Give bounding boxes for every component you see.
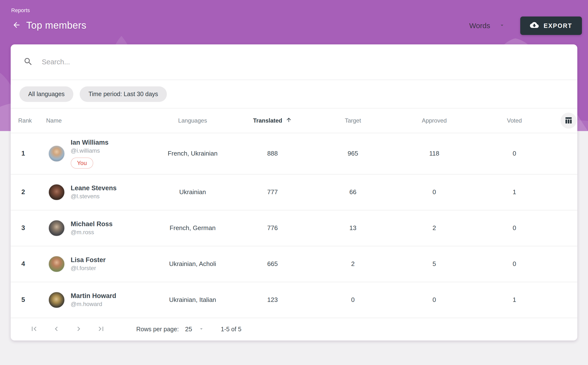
languages-value: French, German [147, 224, 239, 232]
last-page-icon [97, 324, 105, 334]
export-button-label: EXPORT [544, 22, 572, 29]
table-row: 4 Lisa Foster @l.forster Ukrainian, Acho… [11, 246, 577, 282]
rank-value: 4 [11, 260, 41, 268]
cloud-download-icon [530, 21, 539, 31]
target-value: 13 [307, 224, 399, 232]
target-value: 66 [307, 188, 399, 196]
table-row: 3 Michael Ross @m.ross French, German 77… [11, 210, 577, 246]
columns-icon [564, 116, 573, 125]
target-value: 965 [307, 150, 399, 157]
member-name: Ian Williams [71, 139, 109, 146]
member-cell: Lisa Foster @l.forster [41, 250, 147, 278]
rows-per-page-label: Rows per page: [136, 326, 179, 333]
voted-value: 0 [469, 150, 560, 157]
approved-value: 118 [399, 150, 469, 157]
search-icon [23, 57, 42, 67]
voted-value: 0 [469, 260, 560, 268]
avatar [48, 220, 65, 236]
pagination-bar: Rows per page: 25 1-5 of 5 [11, 318, 577, 340]
avatar [48, 184, 65, 200]
member-username: @l.forster [71, 264, 106, 272]
column-header-name[interactable]: Name [41, 117, 147, 124]
chevron-left-icon [52, 324, 61, 334]
member-username: @i.williams [71, 147, 109, 154]
target-value: 2 [307, 260, 399, 268]
avatar [48, 256, 65, 272]
member-name: Lisa Foster [71, 256, 106, 264]
you-badge: You [71, 158, 93, 169]
rank-value: 1 [11, 150, 41, 157]
member-username: @m.ross [71, 228, 113, 236]
avatar [48, 292, 65, 308]
search-bar [11, 44, 577, 80]
table-row: 2 Leane Stevens @l.stevens Ukrainian 777… [11, 174, 577, 210]
translated-value: 777 [239, 188, 307, 196]
rank-value: 2 [11, 188, 41, 196]
languages-value: Ukrainian [147, 188, 239, 196]
all-languages-chip[interactable]: All languages [19, 86, 73, 102]
export-button[interactable]: EXPORT [520, 17, 582, 35]
avatar [48, 145, 65, 162]
sort-ascending-arrow-icon [286, 117, 292, 124]
unit-dropdown[interactable]: Words [469, 22, 505, 30]
column-header-translated-sorted[interactable]: Translated [239, 117, 307, 124]
last-page-button[interactable] [96, 324, 106, 334]
translated-value: 123 [239, 296, 307, 304]
first-page-icon [30, 324, 38, 334]
languages-value: French, Ukrainian [147, 150, 239, 157]
approved-value: 0 [399, 188, 469, 196]
column-header-languages[interactable]: Languages [147, 117, 239, 124]
report-card: All languages Time period: Last 30 days … [11, 44, 577, 340]
chevron-down-icon [499, 22, 505, 29]
chevron-down-icon [198, 326, 204, 333]
rank-value: 3 [11, 224, 41, 232]
column-header-target[interactable]: Target [307, 117, 399, 124]
filter-chips: All languages Time period: Last 30 days [11, 80, 577, 108]
languages-value: Ukrainian, Acholi [147, 260, 239, 268]
translated-value: 776 [239, 224, 307, 232]
voted-value: 1 [469, 296, 560, 304]
languages-value: Ukrainian, Italian [147, 296, 239, 304]
member-username: @m.howard [71, 300, 116, 308]
column-header-rank[interactable]: Rank [11, 117, 41, 124]
member-cell: Ian Williams @i.williams You [41, 133, 147, 174]
back-button[interactable] [11, 20, 22, 31]
column-settings-button[interactable] [561, 113, 577, 129]
time-period-chip[interactable]: Time period: Last 30 days [80, 86, 167, 102]
chevron-right-icon [74, 324, 83, 334]
pagination-range: 1-5 of 5 [221, 326, 241, 333]
arrow-left-icon [12, 21, 21, 30]
member-cell: Michael Ross @m.ross [41, 215, 147, 242]
previous-page-button[interactable] [51, 324, 61, 334]
translated-value: 888 [239, 150, 307, 157]
approved-value: 2 [399, 224, 469, 232]
voted-value: 1 [469, 188, 560, 196]
breadcrumb[interactable]: Reports [11, 7, 30, 14]
approved-value: 5 [399, 260, 469, 268]
member-name: Martin Howard [71, 292, 116, 300]
rank-value: 5 [11, 296, 41, 304]
member-cell: Leane Stevens @l.stevens [41, 179, 147, 206]
first-page-button[interactable] [29, 324, 39, 334]
member-username: @l.stevens [71, 192, 117, 200]
column-header-approved[interactable]: Approved [399, 117, 469, 124]
translated-value: 665 [239, 260, 307, 268]
approved-value: 0 [399, 296, 469, 304]
table-row: 5 Martin Howard @m.howard Ukrainian, Ita… [11, 282, 577, 318]
unit-dropdown-value: Words [469, 22, 490, 30]
column-header-translated-label: Translated [253, 117, 282, 124]
member-name: Michael Ross [71, 220, 113, 228]
member-cell: Martin Howard @m.howard [41, 286, 147, 314]
member-name: Leane Stevens [71, 184, 117, 192]
voted-value: 0 [469, 224, 560, 232]
search-input[interactable] [42, 58, 565, 66]
target-value: 0 [307, 296, 399, 304]
table-row: 1 Ian Williams @i.williams You French, U… [11, 133, 577, 174]
rows-per-page-select[interactable]: 25 [185, 325, 204, 333]
table-body: 1 Ian Williams @i.williams You French, U… [11, 133, 577, 318]
table-header-row: Rank Name Languages Translated Target Ap… [11, 108, 577, 133]
next-page-button[interactable] [74, 324, 84, 334]
column-header-voted[interactable]: Voted [469, 117, 560, 124]
rows-per-page-value: 25 [185, 325, 192, 333]
page-title: Top members [26, 20, 86, 31]
